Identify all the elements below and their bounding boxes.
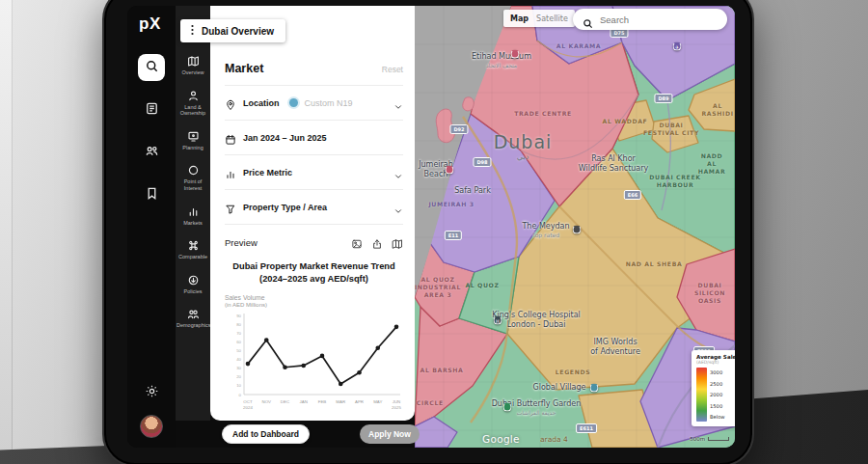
map-toggle-map[interactable]: Map — [510, 14, 529, 23]
sidebar-bookmarks-button[interactable] — [139, 182, 164, 207]
map-pin-icon[interactable]: H — [494, 316, 502, 325]
chevron-down-icon[interactable] — [393, 98, 403, 108]
chart-title: Dubai Property Market Revenue Trend(2024… — [225, 260, 403, 285]
line-chart: 0102030405060708090OCT2024NOVDECJANFEBMA… — [225, 310, 404, 422]
map-action-icon[interactable] — [392, 236, 403, 248]
user-avatar[interactable] — [140, 415, 163, 438]
app-logo: pX — [127, 6, 176, 34]
settings-button[interactable] — [139, 380, 164, 405]
map-scale-bar: 500m — [690, 436, 729, 442]
svg-text:FEB: FEB — [318, 399, 327, 404]
road-badge: D89 — [654, 94, 672, 103]
map-legend: Average Sale (AED/sqft) 3000250020001500… — [692, 350, 735, 426]
export-action-icon[interactable] — [371, 236, 383, 248]
people-icon — [187, 307, 200, 320]
subnav-item-demographics[interactable]: Demographics — [176, 307, 210, 329]
svg-text:MAY: MAY — [373, 399, 382, 404]
map-pin-icon[interactable]: ✈ — [673, 42, 682, 51]
svg-text:90: 90 — [236, 314, 241, 318]
subnav-item-label: Planning — [176, 145, 209, 151]
image-action-icon[interactable] — [351, 236, 363, 248]
filter-row-1[interactable]: Jan 2024 – Jun 2025 — [225, 121, 403, 155]
subnav-item-planning[interactable]: Planning — [176, 129, 210, 151]
google-watermark: Google — [482, 433, 520, 445]
svg-text:10: 10 — [236, 383, 241, 388]
filter-row-0[interactable]: Location Custom N19 — [225, 86, 403, 121]
reset-button[interactable]: Reset — [382, 65, 403, 74]
road-badge: D98 — [473, 157, 491, 167]
chevron-down-icon[interactable] — [393, 168, 403, 177]
add-to-dashboard-button[interactable]: Add to Dahboard — [222, 424, 310, 444]
map-canvas[interactable]: DubaiدبيTRADE CENTREAL KARAMAJUMEIRAH 3A… — [415, 6, 735, 448]
subnav-item-label: Comparable — [176, 254, 209, 260]
legend-gradient-bar — [696, 368, 707, 422]
subnav-item-overview[interactable]: Overview — [176, 54, 210, 76]
subnav: Overview Land & Ownership Planning Point… — [176, 6, 210, 421]
map-search-bar[interactable] — [573, 9, 727, 30]
svg-text:MAR: MAR — [336, 399, 345, 404]
document-icon — [145, 101, 159, 120]
svg-text:APR: APR — [355, 399, 364, 404]
svg-text:JUN: JUN — [393, 399, 401, 404]
scale-line — [708, 437, 729, 441]
scale-label: 500m — [690, 436, 705, 442]
sidebar-contacts-button[interactable] — [139, 140, 164, 165]
svg-text:40: 40 — [236, 357, 241, 362]
map-partner-label: arada 4 — [540, 435, 568, 444]
circle-icon — [187, 163, 200, 177]
background-wall — [0, 0, 13, 464]
legend-entry: 3000 — [710, 369, 725, 375]
apply-now-button[interactable]: Apply Now — [360, 424, 420, 444]
command-icon — [187, 238, 200, 252]
sidebar-search-button[interactable] — [139, 55, 164, 80]
monitor-icon — [187, 129, 200, 143]
bookmark-icon — [145, 186, 159, 205]
map-pin-icon[interactable] — [503, 403, 512, 412]
subnav-item-label: Policies — [176, 288, 209, 295]
svg-text:2024: 2024 — [243, 405, 253, 410]
subnav-item-comparable[interactable]: Comparable — [176, 238, 210, 260]
svg-text:DEC: DEC — [281, 399, 289, 404]
map-pin-icon[interactable] — [511, 50, 520, 59]
legend-entry: Below — [710, 414, 725, 420]
filter-row-2[interactable]: Price Metric — [225, 155, 403, 190]
bars-icon — [187, 205, 200, 218]
svg-text:60: 60 — [236, 340, 241, 344]
svg-text:80: 80 — [236, 322, 241, 327]
filter-row-3[interactable]: Property Type / Area — [225, 190, 403, 225]
section-title: Market — [225, 62, 263, 75]
page-title: Dubai Overview — [202, 26, 274, 37]
road-badge: E66 — [624, 190, 641, 200]
page-title-chip[interactable]: Dubai Overview — [180, 19, 285, 42]
map-type-toggle[interactable]: Map Satellite — [503, 10, 575, 27]
svg-text:OCT: OCT — [243, 399, 253, 404]
svg-text:JAN: JAN — [300, 399, 308, 404]
road-badge: E611 — [576, 423, 597, 433]
filter-value: Custom N19 — [305, 98, 353, 108]
subnav-item-label: Overview — [176, 69, 209, 76]
search-icon — [583, 14, 593, 25]
kebab-menu-icon[interactable] — [188, 22, 197, 40]
search-input[interactable] — [600, 14, 706, 25]
svg-text:0: 0 — [239, 393, 242, 397]
subnav-item-label: Land & Ownership — [176, 104, 209, 117]
subnav-item-land-ownership[interactable]: Land & Ownership — [176, 89, 210, 117]
subnav-item-policies[interactable]: Policies — [176, 273, 210, 295]
legend-ticks: 3000250020001500Below — [710, 368, 725, 422]
filter-label: Price Metric — [243, 168, 292, 177]
filter-label: Location — [243, 98, 280, 108]
sidebar-documents-button[interactable] — [139, 97, 164, 123]
road-badge: D92 — [449, 124, 468, 134]
preview-actions — [351, 236, 403, 248]
map-pin-icon[interactable] — [590, 384, 599, 393]
gear-icon — [145, 384, 159, 402]
person-icon — [187, 89, 200, 102]
chevron-down-icon[interactable] — [393, 203, 403, 212]
primary-sidebar: pX — [127, 6, 176, 448]
svg-text:2025: 2025 — [392, 405, 401, 410]
map-toggle-satellite[interactable]: Satellite — [536, 14, 568, 23]
subnav-item-markets[interactable]: Markets — [176, 205, 210, 227]
map-pin-icon[interactable] — [573, 226, 582, 234]
subnav-item-point-of-interest[interactable]: Point of Interest — [176, 163, 210, 191]
map-pin-icon[interactable] — [446, 166, 454, 175]
